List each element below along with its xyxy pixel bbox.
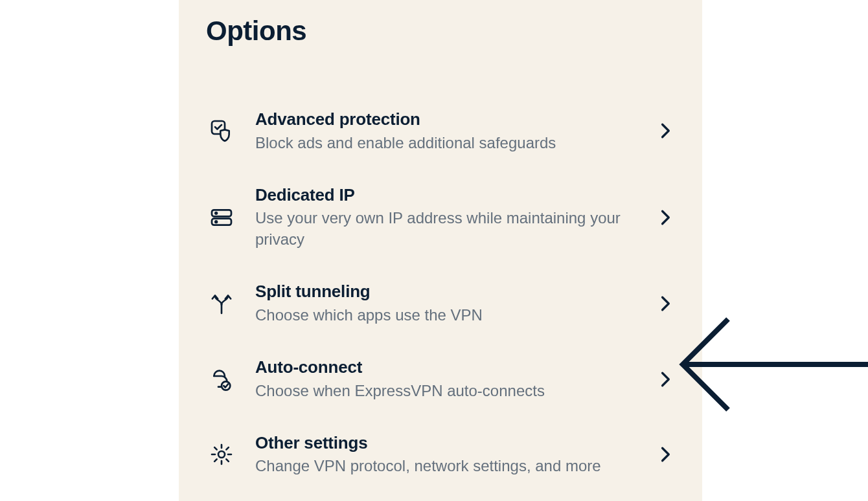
option-title: Advanced protection <box>255 109 639 130</box>
autoconnect-icon <box>206 364 237 395</box>
options-panel: Options Advanced protection Block ads an… <box>179 0 702 501</box>
page-title: Options <box>206 16 675 47</box>
split-arrows-icon <box>206 288 237 319</box>
chevron-right-icon <box>657 122 675 139</box>
shield-check-icon <box>206 115 237 146</box>
option-title: Dedicated IP <box>255 184 639 206</box>
option-subtitle: Use your very own IP address while maint… <box>255 208 639 250</box>
option-body: Dedicated IP Use your very own IP addres… <box>255 184 639 250</box>
option-subtitle: Block ads and enable additional safeguar… <box>255 133 639 153</box>
server-icon <box>206 202 237 233</box>
chevron-right-icon <box>657 295 675 312</box>
option-body: Split tunneling Choose which apps use th… <box>255 281 639 326</box>
chevron-right-icon <box>657 446 675 463</box>
option-advanced-protection[interactable]: Advanced protection Block ads and enable… <box>206 93 675 169</box>
option-auto-connect[interactable]: Auto-connect Choose when ExpressVPN auto… <box>206 341 675 417</box>
chevron-right-icon <box>657 371 675 388</box>
svg-point-6 <box>218 451 225 458</box>
option-body: Advanced protection Block ads and enable… <box>255 109 639 153</box>
chevron-right-icon <box>657 209 675 226</box>
option-subtitle: Choose when ExpressVPN auto-connects <box>255 381 639 401</box>
option-body: Auto-connect Choose when ExpressVPN auto… <box>255 357 639 401</box>
option-other-settings[interactable]: Other settings Change VPN protocol, netw… <box>206 417 675 493</box>
gear-icon <box>206 439 237 470</box>
option-title: Other settings <box>255 432 639 454</box>
svg-point-4 <box>215 221 217 223</box>
card-container: Options Advanced protection Block ads an… <box>0 0 868 501</box>
option-dedicated-ip[interactable]: Dedicated IP Use your very own IP addres… <box>206 169 675 265</box>
option-title: Split tunneling <box>255 281 639 302</box>
option-subtitle: Change VPN protocol, network settings, a… <box>255 456 639 476</box>
option-title: Auto-connect <box>255 357 639 378</box>
svg-point-3 <box>215 212 217 214</box>
option-body: Other settings Change VPN protocol, netw… <box>255 432 639 477</box>
option-split-tunneling[interactable]: Split tunneling Choose which apps use th… <box>206 265 675 341</box>
option-subtitle: Choose which apps use the VPN <box>255 305 639 326</box>
